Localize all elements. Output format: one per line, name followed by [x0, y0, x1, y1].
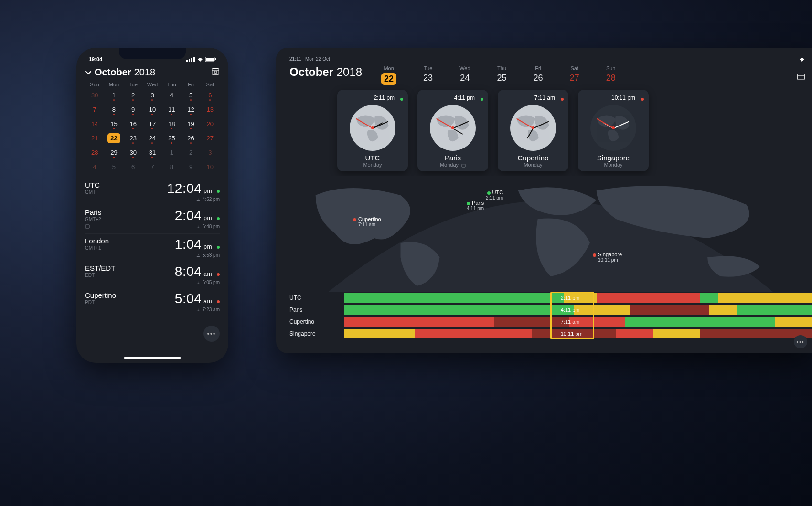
tablet-month-label[interactable]: October 2018 — [289, 65, 362, 79]
week-day[interactable]: Fri26 — [534, 65, 543, 85]
calendar-day[interactable]: 27 — [201, 131, 220, 145]
calendar-day[interactable]: 13 — [201, 103, 220, 116]
calendar-day[interactable]: 2 — [124, 88, 143, 102]
map-city-label[interactable]: Singapore10:11 pm — [593, 252, 622, 263]
calendar-day[interactable]: 7 — [143, 160, 162, 173]
band-bar[interactable]: 7:11 am — [344, 317, 812, 327]
clock-card[interactable]: 4:11 pm Paris Monday — [417, 90, 488, 171]
calendar-day[interactable]: 9 — [181, 160, 200, 173]
availability-row[interactable]: UTC2:11 pm — [289, 292, 812, 304]
today-button[interactable]: 22 — [211, 67, 220, 78]
calendar-day[interactable]: 6 — [201, 88, 220, 102]
calendar-day[interactable]: 21 — [85, 131, 104, 145]
tz-time: 5:04am — [175, 291, 220, 306]
calendar-day[interactable]: 8 — [104, 103, 123, 116]
week-day[interactable]: Tue23 — [423, 65, 433, 85]
timezone-row[interactable]: Paris GMT+2 2:04pm 6:48 pm — [85, 205, 220, 233]
map-city-label[interactable]: UTC2:11 pm — [481, 190, 503, 200]
calendar-day[interactable]: 1 — [162, 146, 181, 159]
timezone-row[interactable]: London GMT+1 1:04pm 5:53 pm — [85, 233, 220, 261]
tz-time: 1:04pm — [175, 237, 220, 252]
timezone-row[interactable]: EST/EDT EDT 8:04am 6:05 pm — [85, 261, 220, 288]
tz-sun-time: 5:53 pm — [175, 253, 220, 258]
clock-face — [590, 105, 636, 151]
calendar-day[interactable]: 30 — [124, 146, 143, 159]
wifi-icon — [799, 57, 805, 62]
battery-icon — [205, 57, 216, 62]
week-day[interactable]: Wed24 — [459, 65, 470, 85]
calendar-day[interactable]: 29 — [104, 146, 123, 159]
clock-card[interactable]: 7:11 am Cupertino Monday — [498, 90, 568, 171]
calendar-day[interactable]: 26 — [181, 131, 200, 145]
calendar-day[interactable]: 16 — [124, 117, 143, 130]
today-button[interactable] — [797, 72, 805, 83]
calendar-day[interactable]: 30 — [85, 88, 104, 102]
weekday-head: Thu — [162, 82, 181, 87]
availability-row[interactable]: Singapore10:11 pm — [289, 327, 812, 339]
band-bar[interactable]: 4:11 pm — [344, 305, 812, 315]
timezone-row[interactable]: UTC GMT 12:04pm 4:52 pm — [85, 178, 220, 205]
clock-card[interactable]: 2:11 pm UTC Monday — [337, 90, 408, 171]
calendar-day[interactable]: 18 — [162, 117, 181, 130]
availability-row[interactable]: Paris4:11 pm — [289, 304, 812, 316]
calendar-day[interactable]: 4 — [85, 160, 104, 173]
more-button[interactable]: ••• — [794, 335, 807, 348]
calendar-day[interactable]: 6 — [124, 160, 143, 173]
tz-city: Paris — [85, 208, 138, 216]
calendar-day[interactable]: 12 — [181, 103, 200, 116]
more-button[interactable]: ••• — [203, 326, 220, 342]
calendar-day[interactable]: 19 — [181, 117, 200, 130]
calendar-day[interactable]: 31 — [143, 146, 162, 159]
weekday-head: Sun — [85, 82, 104, 87]
tz-sun-time: 6:48 pm — [175, 224, 220, 229]
month-selector[interactable]: October 2018 22 — [85, 67, 220, 78]
map-city-label[interactable]: Cupertino7:11 am — [353, 216, 381, 227]
calendar-day[interactable]: 2 — [181, 146, 200, 159]
band-bar[interactable]: 10:11 pm — [344, 329, 812, 338]
calendar-day[interactable]: 25 — [162, 131, 181, 145]
calendar-day[interactable]: 11 — [162, 103, 181, 116]
calendar-day[interactable]: 23 — [124, 131, 143, 145]
calendar-day[interactable]: 5 — [181, 88, 200, 102]
map-city-label[interactable]: Paris4:11 pm — [461, 200, 484, 211]
calendar-day[interactable]: 7 — [85, 103, 104, 116]
band-bar[interactable]: 2:11 pm — [344, 293, 812, 303]
calendar-day[interactable]: 3 — [143, 88, 162, 102]
weekday-head: Wed — [143, 82, 162, 87]
calendar-grid[interactable]: 3012345678910111213141516171819202122232… — [85, 88, 220, 173]
week-day[interactable]: Sun28 — [606, 65, 616, 85]
clock-card[interactable]: 10:11 pm Singapore Monday — [578, 90, 649, 171]
calendar-day[interactable]: 3 — [201, 146, 220, 159]
band-now-time: 4:11 pm — [561, 307, 580, 313]
calendar-day[interactable]: 22 — [104, 131, 123, 145]
week-day[interactable]: Thu25 — [497, 65, 507, 85]
tz-sun-time: 4:52 pm — [167, 197, 220, 202]
calendar-day[interactable]: 28 — [85, 146, 104, 159]
calendar-day[interactable]: 8 — [162, 160, 181, 173]
calendar-day[interactable]: 9 — [124, 103, 143, 116]
calendar-day[interactable]: 14 — [85, 117, 104, 130]
calendar-day[interactable]: 10 — [201, 160, 220, 173]
week-day[interactable]: Sat27 — [570, 65, 579, 85]
availability-bands[interactable]: UTC2:11 pmParis4:11 pmCupertino7:11 amSi… — [289, 292, 812, 339]
sunset-icon — [196, 198, 201, 201]
week-strip[interactable]: Mon22Tue23Wed24Thu25Fri26Sat27Sun28 — [381, 65, 616, 85]
calendar-day[interactable]: 20 — [201, 117, 220, 130]
calendar-day[interactable]: 24 — [143, 131, 162, 145]
sunset-icon — [196, 253, 201, 257]
tz-sun-time: 7:23 am — [175, 307, 220, 312]
home-indicator[interactable] — [124, 357, 181, 359]
availability-row[interactable]: Cupertino7:11 am — [289, 316, 812, 327]
calendar-day[interactable]: 10 — [143, 103, 162, 116]
calendar-day[interactable]: 15 — [104, 117, 123, 130]
timezone-row[interactable]: Cupertino PDT 5:04am 7:23 am — [85, 288, 220, 315]
sunset-icon — [196, 225, 201, 229]
week-day[interactable]: Mon22 — [381, 65, 396, 85]
calendar-day[interactable]: 5 — [104, 160, 123, 173]
calendar-day[interactable]: 1 — [104, 88, 123, 102]
timezone-list[interactable]: UTC GMT 12:04pm 4:52 pm Paris GMT+2 2:04… — [85, 178, 220, 315]
calendar-day[interactable]: 4 — [162, 88, 181, 102]
world-map[interactable]: Cupertino7:11 amUTC2:11 pmParis4:11 pmSi… — [289, 176, 812, 292]
calendar-day[interactable]: 17 — [143, 117, 162, 130]
calendar-weekday-header: SunMonTueWedThuFriSat — [85, 82, 220, 87]
